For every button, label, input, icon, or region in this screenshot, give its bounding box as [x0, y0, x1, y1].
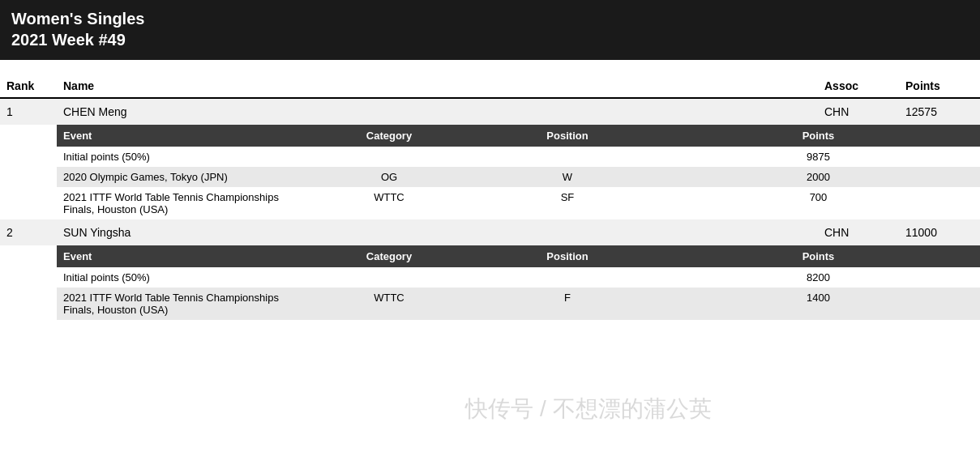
detail-col-event-header: Event: [57, 245, 300, 267]
col-name-header: Name: [57, 75, 818, 98]
detail-position: [478, 267, 657, 288]
detail-col-position-header: Position: [478, 125, 657, 147]
detail-event: 2020 Olympic Games, Tokyo (JPN): [57, 167, 300, 187]
header-subtitle: 2021 Week #49: [11, 29, 969, 50]
detail-points: 9875: [657, 147, 980, 167]
detail-header-row: EventCategoryPositionPoints: [57, 245, 980, 267]
detail-event: Initial points (50%): [57, 267, 300, 288]
detail-col-event-header: Event: [57, 125, 300, 147]
detail-points: 1400: [657, 288, 980, 320]
header-title: Women's Singles: [11, 8, 969, 29]
detail-col-category-header: Category: [300, 125, 478, 147]
player-name-cell: CHEN Meng: [57, 98, 818, 125]
detail-category: [300, 147, 478, 167]
detail-col-points-header: Points: [657, 125, 980, 147]
player-detail-content: EventCategoryPositionPointsInitial point…: [57, 125, 980, 219]
detail-row: Initial points (50%)9875: [57, 147, 980, 167]
detail-table: EventCategoryPositionPointsInitial point…: [57, 245, 980, 320]
rank-cell: 1: [0, 98, 57, 125]
detail-table: EventCategoryPositionPointsInitial point…: [57, 125, 980, 219]
detail-event: 2021 ITTF World Table Tennis Championshi…: [57, 187, 300, 219]
detail-row: Initial points (50%)8200: [57, 267, 980, 288]
player-points-cell: 12575: [899, 98, 980, 125]
detail-rank-spacer: [0, 245, 57, 320]
detail-points: 8200: [657, 267, 980, 288]
player-row: 1CHEN MengCHN12575: [0, 98, 980, 125]
col-rank-header: Rank: [0, 75, 57, 98]
detail-position: SF: [478, 187, 657, 219]
player-assoc-cell: CHN: [818, 219, 899, 245]
player-row: 2SUN YingshaCHN11000: [0, 219, 980, 245]
detail-row: 2021 ITTF World Table Tennis Championshi…: [57, 187, 980, 219]
detail-points: 700: [657, 187, 980, 219]
detail-header-row: EventCategoryPositionPoints: [57, 125, 980, 147]
detail-event: 2021 ITTF World Table Tennis Championshi…: [57, 288, 300, 320]
col-points-header: Points: [899, 75, 980, 98]
detail-position: F: [478, 288, 657, 320]
detail-col-position-header: Position: [478, 245, 657, 267]
page-header: Women's Singles 2021 Week #49: [0, 0, 980, 60]
detail-col-points-header: Points: [657, 245, 980, 267]
rank-cell: 2: [0, 219, 57, 245]
player-assoc-cell: CHN: [818, 98, 899, 125]
player-detail-row: EventCategoryPositionPointsInitial point…: [0, 245, 980, 320]
player-name-cell: SUN Yingsha: [57, 219, 818, 245]
detail-position: W: [478, 167, 657, 187]
player-detail-row: EventCategoryPositionPointsInitial point…: [0, 125, 980, 219]
detail-row: 2020 Olympic Games, Tokyo (JPN)OGW2000: [57, 167, 980, 187]
spacer: [0, 60, 980, 75]
column-header-row: Rank Name Assoc Points: [0, 75, 980, 98]
col-assoc-header: Assoc: [818, 75, 899, 98]
detail-points: 2000: [657, 167, 980, 187]
player-points-cell: 11000: [899, 219, 980, 245]
detail-category: OG: [300, 167, 478, 187]
detail-row: 2021 ITTF World Table Tennis Championshi…: [57, 288, 980, 320]
detail-col-category-header: Category: [300, 245, 478, 267]
detail-category: [300, 267, 478, 288]
player-detail-content: EventCategoryPositionPointsInitial point…: [57, 245, 980, 320]
detail-category: WTTC: [300, 187, 478, 219]
detail-rank-spacer: [0, 125, 57, 219]
detail-position: [478, 147, 657, 167]
rankings-table: Rank Name Assoc Points 1CHEN MengCHN1257…: [0, 75, 980, 320]
detail-event: Initial points (50%): [57, 147, 300, 167]
detail-category: WTTC: [300, 288, 478, 320]
